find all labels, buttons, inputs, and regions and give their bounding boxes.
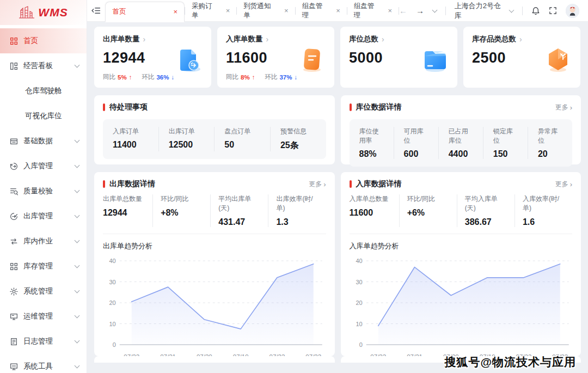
stat-label: 出库效率(时/单) (276, 194, 318, 213)
header: 首页×采购订单×到货通知单×组盘管理×组盘管理× ← → 上海合力2号仓库 (87, 0, 588, 22)
stat-card-title[interactable]: 出库单数量 (103, 34, 203, 44)
chart-panels-row: 出库数据详情 更多 出库单总数量12944环比/同比+8%平均出库单(天)431… (94, 172, 581, 356)
stat-column: 可用库位600 (394, 127, 438, 159)
sidebar-item-label: 经营看板 (23, 61, 75, 71)
chevron-down-icon[interactable] (432, 8, 437, 13)
chevron-down-icon (75, 188, 80, 193)
outbound-icon (10, 212, 18, 221)
more-link[interactable]: 更多 (555, 103, 572, 112)
tab-bar: 首页×采购订单×到货通知单×组盘管理×组盘管理× (105, 0, 399, 22)
stat-value: 20 (538, 149, 562, 159)
stat-card-title[interactable]: 库位总数 (349, 34, 449, 44)
sidebar-item-inbound-mgmt[interactable]: 入库管理 (0, 154, 87, 179)
tab-label: 采购订单 (192, 2, 218, 20)
chevron-down-icon (509, 7, 514, 13)
svg-text:20: 20 (109, 299, 116, 306)
fullscreen-icon[interactable] (549, 7, 557, 15)
close-icon[interactable]: × (336, 7, 340, 15)
stat-value: 11400 (113, 140, 149, 150)
more-link[interactable]: 更多 (309, 180, 326, 189)
chevron-down-icon (75, 263, 80, 268)
sidebar-item-log-mgmt[interactable]: 日志管理 (0, 329, 87, 354)
title-accent-bar (103, 180, 105, 188)
stat-value: 150 (493, 149, 518, 159)
sidebar-item-basic-data[interactable]: 基础数据 (0, 129, 87, 154)
metric-value: 36% (156, 74, 169, 81)
tab-label: 首页 (112, 7, 126, 16)
warehouse-selector-label: 上海合力2号仓库 (455, 1, 506, 21)
sidebar-item-inventory-mgmt[interactable]: 库存管理 (0, 254, 87, 279)
stat-card-title[interactable]: 入库单数量 (226, 34, 326, 44)
close-icon[interactable]: × (388, 7, 392, 15)
metric-mom: 环比36%↓ (142, 73, 174, 81)
stat-label: 预警信息 (280, 127, 316, 136)
sidebar-item-visual-location[interactable]: 可视化库位 (0, 103, 87, 129)
stat-card-title-label: 库位总数 (349, 34, 378, 44)
menu-fold-icon[interactable] (87, 6, 105, 15)
monitor-icon (10, 313, 18, 321)
chevron-down-icon (75, 138, 80, 143)
bell-icon[interactable] (531, 7, 540, 15)
stat-column: 已占用库位4400 (438, 127, 483, 159)
tab-label: 到货通知单 (243, 2, 277, 20)
tab-pallet-mgmt-1[interactable]: 组盘管理× (296, 0, 347, 22)
sidebar-item-label: 可视化库位 (25, 111, 79, 121)
sidebar-item-system-mgmt[interactable]: 系统管理 (0, 279, 87, 304)
nav-forward-icon[interactable]: → (416, 6, 424, 15)
sidebar-item-system-tools[interactable]: 系统工具 (0, 354, 87, 373)
stat-column: 库位使用率88% (350, 127, 394, 159)
stat-label: 环比/同比 (407, 194, 449, 204)
sidebar-item-business-board[interactable]: 经营看板 (0, 53, 87, 78)
sidebar-item-home[interactable]: 首页 (0, 28, 87, 53)
stat-value: 12500 (169, 140, 205, 150)
sidebar-item-label: 仓库驾驶舱 (25, 86, 79, 96)
summary-panels-row: 待处理事项 入库订单11400出库订单12500盘点订单50预警信息25条 库位… (94, 95, 581, 172)
sidebar-item-label: 库存管理 (23, 261, 75, 271)
sidebar-item-label: 系统管理 (23, 286, 75, 296)
stat-card-title[interactable]: 库存品类总数 (472, 34, 572, 44)
outbound-trend-chart: 01020304007/2207/2107/2007/1907/2207/22 (103, 253, 326, 369)
tools-icon (10, 363, 18, 371)
tab-arrival-notice[interactable]: 到货通知单× (237, 0, 295, 22)
nav-back-icon[interactable]: ← (399, 6, 407, 15)
sidebar-item-label: 运维管理 (23, 311, 75, 321)
tab-pallet-mgmt-2[interactable]: 组盘管理× (347, 0, 399, 22)
stat-label: 环比/同比 (161, 194, 203, 204)
chevron-down-icon (75, 238, 80, 243)
tab-home[interactable]: 首页× (105, 2, 185, 22)
stat-column: 出库单总数量12944 (103, 194, 152, 227)
wms-logo-icon (19, 6, 35, 19)
stat-value: 1.3 (276, 217, 318, 227)
chevron-down-icon (75, 338, 80, 344)
close-icon[interactable]: × (284, 7, 289, 15)
metric-mom: 环比37%↓ (265, 73, 297, 81)
sidebar-item-warehouse-cockpit[interactable]: 仓库驾驶舱 (0, 78, 87, 103)
sidebar-item-outbound-mgmt[interactable]: 出库管理 (0, 204, 87, 229)
stat-card-title-label: 入库单数量 (226, 34, 263, 44)
sidebar-item-ops-mgmt[interactable]: 运维管理 (0, 304, 87, 329)
tab-purchase-order[interactable]: 采购订单× (185, 0, 236, 22)
stat-column: 锁定库位150 (483, 127, 528, 159)
folder-icon (420, 45, 450, 75)
stat-label: 可用库位 (404, 127, 428, 145)
stat-column: 平均出库单(天)431.47 (210, 194, 268, 227)
user-avatar[interactable] (566, 4, 579, 18)
grid-icon (10, 37, 18, 45)
close-icon[interactable]: × (173, 8, 177, 16)
stat-value: 600 (404, 149, 428, 159)
panel-title: 待处理事项 (109, 102, 148, 112)
stat-value: 12944 (103, 208, 145, 218)
close-icon[interactable]: × (226, 7, 230, 15)
stat-label: 平均出库单(天) (218, 194, 260, 213)
stat-column: 平均入库单(天)386.67 (457, 194, 514, 227)
stat-card-row: 出库单数量12944同比5%↑环比36%↓入库单数量11600同比8%↑环比37… (94, 27, 581, 95)
location-stats: 库位使用率88%可用库位600已占用库位4400锁定库位150异常库位20 (350, 119, 573, 167)
sidebar-item-warehouse-ops[interactable]: 库内作业 (0, 229, 87, 254)
metric-label: 环比 (142, 73, 154, 81)
more-link[interactable]: 更多 (555, 180, 572, 189)
stat-value: +8% (161, 208, 203, 218)
stat-column: 异常库位20 (528, 127, 572, 159)
warehouse-selector[interactable]: 上海合力2号仓库 (455, 1, 513, 21)
svg-text:0: 0 (359, 341, 362, 348)
sidebar-item-quality-check[interactable]: 质量校验 (0, 179, 87, 204)
